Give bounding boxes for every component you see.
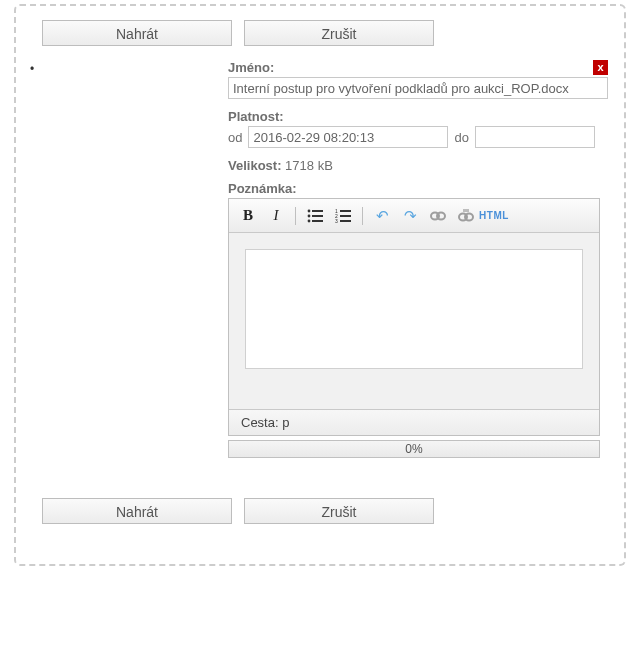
left-spacer xyxy=(42,60,228,458)
editor-canvas[interactable] xyxy=(245,249,583,369)
validity-field: Platnost: od do xyxy=(228,109,608,148)
name-field: Jméno: x xyxy=(228,60,608,99)
bold-button[interactable]: B xyxy=(237,205,259,227)
form-column: Jméno: x Platnost: od do Velikost: 171 xyxy=(228,60,610,458)
top-button-row: Nahrát Zrušit xyxy=(30,20,610,46)
valid-from-input[interactable] xyxy=(248,126,448,148)
name-label: Jméno: xyxy=(228,60,274,75)
size-label: Velikost: xyxy=(228,158,281,173)
svg-point-2 xyxy=(308,214,311,217)
cancel-button[interactable]: Zrušit xyxy=(244,20,434,46)
svg-point-0 xyxy=(308,209,311,212)
note-label: Poznámka: xyxy=(228,181,297,196)
svg-rect-3 xyxy=(312,215,323,217)
svg-rect-5 xyxy=(312,220,323,222)
redo-button[interactable]: ↷ xyxy=(399,205,421,227)
editor-body xyxy=(229,233,599,385)
name-input[interactable] xyxy=(228,77,608,99)
progress-value: 0% xyxy=(405,442,422,456)
content-area: • Jméno: x Platnost: od do xyxy=(30,60,610,458)
progress-bar: 0% xyxy=(228,440,600,458)
svg-point-4 xyxy=(308,219,311,222)
to-label: do xyxy=(454,130,468,145)
bullet-list-button[interactable] xyxy=(304,205,326,227)
size-value: 1718 kB xyxy=(285,158,333,173)
link-button[interactable] xyxy=(427,205,449,227)
toolbar-separator xyxy=(362,207,363,225)
upload-button-bottom[interactable]: Nahrát xyxy=(42,498,232,524)
list-bullet: • xyxy=(30,60,42,458)
ordered-list-button[interactable]: 123 xyxy=(332,205,354,227)
valid-to-input[interactable] xyxy=(475,126,595,148)
upload-button[interactable]: Nahrát xyxy=(42,20,232,46)
html-source-button[interactable]: HTML xyxy=(483,205,505,227)
editor-path: Cesta: p xyxy=(229,409,599,435)
svg-rect-11 xyxy=(340,220,351,222)
svg-rect-1 xyxy=(312,210,323,212)
close-icon[interactable]: x xyxy=(593,60,608,75)
svg-rect-9 xyxy=(340,215,351,217)
bottom-button-row: Nahrát Zrušit xyxy=(30,498,610,524)
undo-button[interactable]: ↶ xyxy=(371,205,393,227)
toolbar-separator xyxy=(295,207,296,225)
editor-gap xyxy=(229,385,599,409)
italic-button[interactable]: I xyxy=(265,205,287,227)
svg-text:3: 3 xyxy=(335,218,338,223)
editor-toolbar: B I 123 ↶ ↷ xyxy=(229,199,599,233)
from-label: od xyxy=(228,130,242,145)
cancel-button-bottom[interactable]: Zrušit xyxy=(244,498,434,524)
upload-panel: Nahrát Zrušit • Jméno: x Platnost: od xyxy=(14,4,626,566)
unlink-button[interactable] xyxy=(455,205,477,227)
svg-rect-7 xyxy=(340,210,351,212)
rich-text-editor: B I 123 ↶ ↷ xyxy=(228,198,600,436)
validity-label: Platnost: xyxy=(228,109,284,124)
size-row: Velikost: 1718 kB xyxy=(228,158,608,173)
